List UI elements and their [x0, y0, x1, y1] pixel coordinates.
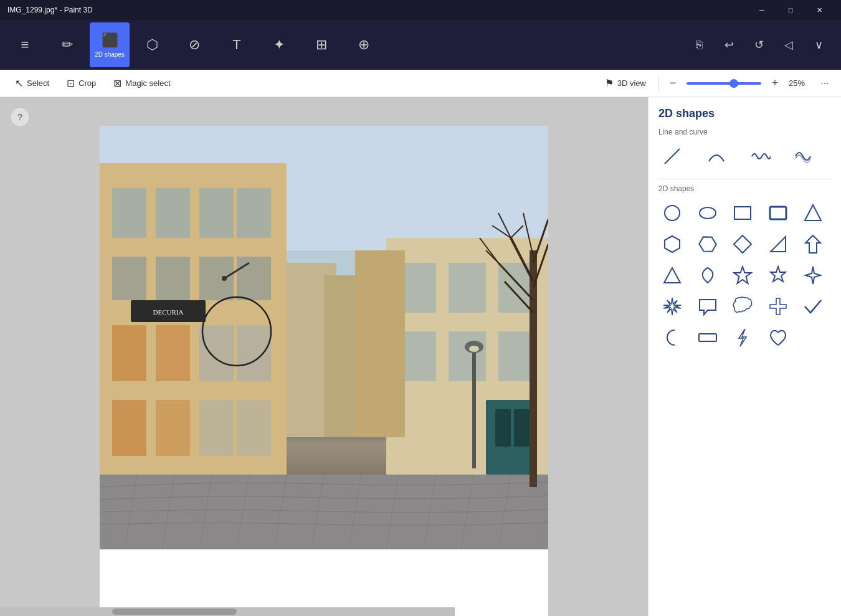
svg-rect-10 — [237, 257, 271, 300]
toolbar-brush-button[interactable]: ✏ — [47, 22, 87, 67]
svg-rect-11 — [112, 325, 146, 381]
crop-button[interactable]: ⊡ Crop — [59, 73, 103, 93]
svg-rect-8 — [156, 257, 190, 300]
svg-rect-14 — [237, 325, 271, 381]
shape-hexagon2[interactable] — [694, 230, 721, 258]
chevron-down-button[interactable]: ∨ — [806, 32, 831, 57]
svg-rect-3 — [112, 188, 146, 238]
svg-marker-82 — [739, 329, 746, 346]
shape-rounded-rect[interactable] — [694, 199, 721, 227]
maximize-button[interactable]: □ — [776, 0, 805, 20]
shape-star6[interactable] — [764, 262, 792, 289]
select-label: Select — [27, 78, 49, 88]
shape-right-triangle[interactable] — [764, 230, 792, 258]
shape-check[interactable] — [799, 293, 827, 320]
shape-hexagon[interactable] — [658, 230, 686, 258]
shape-up-arrow[interactable] — [799, 230, 827, 258]
shape-star4[interactable] — [799, 262, 827, 289]
toolbar-mixed-button[interactable]: ⊕ — [344, 22, 384, 67]
crop-label: Crop — [78, 78, 96, 88]
svg-marker-74 — [771, 237, 786, 252]
shape-diamond[interactable] — [729, 230, 756, 258]
titlebar-title: IMG_1299.jpg* - Paint 3D — [7, 6, 93, 14]
svg-text:DECURIA: DECURIA — [153, 308, 184, 316]
zoom-slider[interactable] — [687, 82, 761, 85]
shape-caret[interactable] — [658, 262, 686, 289]
canvas-image: DECURIA — [100, 126, 548, 549]
magic-select-label: Magic select — [125, 78, 170, 88]
shape-leaf[interactable] — [694, 262, 721, 289]
shape-line[interactable] — [658, 143, 686, 170]
shape-wavy[interactable] — [747, 143, 774, 170]
main-area: ? — [0, 97, 841, 616]
shape-rectangle[interactable] — [729, 199, 756, 227]
shape-cross[interactable] — [764, 293, 792, 320]
magic-select-button[interactable]: ⊠ Magic select — [106, 73, 178, 93]
shapes-grid — [658, 199, 831, 351]
shape-thought[interactable] — [729, 293, 756, 320]
mixed-icon: ⊕ — [358, 37, 369, 53]
history-button[interactable]: ↺ — [746, 32, 771, 57]
shape-crescent[interactable] — [658, 324, 686, 351]
shape-speech[interactable] — [694, 293, 721, 320]
line-curve-grid — [658, 143, 831, 170]
back-button[interactable]: ◁ — [776, 32, 801, 57]
select-button[interactable]: ↖ Select — [7, 73, 57, 93]
toolbar-3d-button[interactable]: ⬡ — [132, 22, 172, 67]
help-button[interactable]: ? — [10, 107, 30, 127]
canvas-area[interactable]: ? — [0, 97, 648, 616]
close-button[interactable]: ✕ — [805, 0, 834, 20]
more-options-button[interactable]: ··· — [816, 75, 834, 92]
zoom-out-button[interactable]: − — [664, 75, 682, 92]
paste-button[interactable]: ⎘ — [687, 32, 711, 57]
crop-tool-icon: ⊡ — [67, 77, 75, 89]
svg-line-65 — [665, 149, 680, 164]
minimize-button[interactable]: ─ — [748, 0, 776, 20]
svg-marker-80 — [663, 298, 681, 315]
right-panel: 2D shapes Line and curve 2D shapes — [648, 97, 841, 616]
shape-heart[interactable] — [764, 324, 792, 351]
3d-view-button[interactable]: ⚑ 3D view — [597, 73, 653, 93]
line-curve-label: Line and curve — [658, 128, 831, 136]
crop-icon: ⊞ — [316, 37, 327, 53]
shape-star5[interactable] — [729, 262, 756, 289]
svg-point-66 — [665, 206, 680, 220]
svg-rect-4 — [156, 188, 190, 238]
svg-rect-9 — [199, 257, 234, 300]
canvas-content: DECURIA — [100, 126, 548, 616]
svg-rect-26 — [449, 331, 486, 381]
horizontal-scrollbar[interactable] — [0, 607, 455, 616]
toolbar-sticker-button[interactable]: ⊘ — [174, 22, 214, 67]
shape-squiggle[interactable] — [791, 143, 818, 170]
shape-triangle[interactable] — [799, 199, 827, 227]
shape-starburst[interactable] — [658, 293, 686, 320]
toolbar-crop-button[interactable]: ⊞ — [302, 22, 341, 67]
toolbar-effects-button[interactable]: ✦ — [259, 22, 299, 67]
shape-thick-rectangle[interactable] — [764, 199, 792, 227]
svg-marker-78 — [771, 267, 786, 282]
svg-marker-76 — [664, 268, 680, 283]
undo-button[interactable]: ↩ — [716, 32, 741, 57]
svg-rect-68 — [734, 207, 751, 219]
toolbar-menu-button[interactable]: ≡ — [5, 22, 45, 67]
svg-marker-71 — [665, 236, 680, 252]
shape-rect2[interactable] — [694, 324, 721, 351]
svg-rect-16 — [156, 400, 190, 456]
svg-rect-29 — [495, 409, 511, 447]
zoom-in-button[interactable]: + — [766, 75, 784, 92]
shape-circle[interactable] — [658, 199, 686, 227]
toolbar-text-button[interactable]: T — [217, 22, 257, 67]
svg-marker-79 — [805, 267, 820, 284]
main-toolbar: ≡ ✏ ⬛ 2D shapes ⬡ ⊘ T ✦ ⊞ ⊕ ⎘ ↩ ↺ ◁ ∨ — [0, 20, 841, 70]
svg-rect-12 — [156, 325, 190, 381]
scrollbar-thumb[interactable] — [112, 609, 237, 615]
shape-curve[interactable] — [703, 143, 730, 170]
toolbar-2dshapes-button[interactable]: ⬛ 2D shapes — [90, 22, 130, 67]
3dview-icon: ⚑ — [605, 77, 614, 89]
svg-rect-69 — [770, 207, 786, 219]
shape-lightning[interactable] — [729, 324, 756, 351]
titlebar: IMG_1299.jpg* - Paint 3D ─ □ ✕ — [0, 0, 841, 20]
svg-marker-72 — [698, 234, 718, 254]
divider — [658, 76, 659, 91]
titlebar-controls: ─ □ ✕ — [748, 0, 834, 20]
